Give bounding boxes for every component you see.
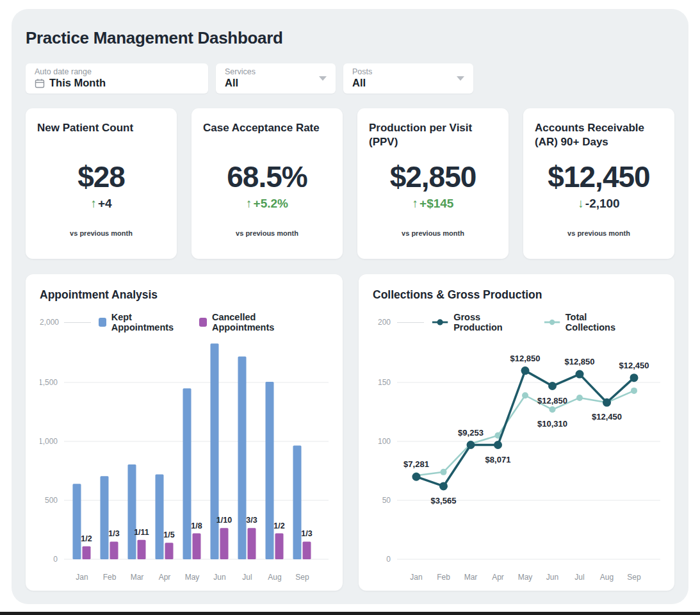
kpi-title: New Patient Count: [37, 121, 165, 151]
total-collections-point-Jun: [549, 406, 556, 413]
total-collections-point-Feb: [441, 469, 447, 475]
svg-text:1/8: 1/8: [191, 521, 202, 530]
filter-bar: Auto date range This Month Services All …: [26, 63, 674, 94]
kpi-value: $2,850: [369, 160, 497, 194]
total-collections-point-Sep: [631, 388, 637, 394]
gross-production-point-May: [521, 366, 530, 375]
svg-text:1/3: 1/3: [108, 529, 119, 538]
calendar-icon: [35, 78, 45, 88]
chevron-down-icon: [457, 76, 464, 81]
svg-text:$10,310: $10,310: [537, 419, 567, 429]
svg-text:May: May: [185, 573, 200, 582]
date-range-filter[interactable]: Auto date range This Month: [26, 63, 208, 94]
svg-text:$12,450: $12,450: [592, 412, 622, 422]
svg-text:Jun: Jun: [546, 573, 558, 582]
kept-bar-May: [183, 388, 191, 559]
kpi-delta: ↑+5.2%: [203, 197, 331, 211]
line-chart-legend: 200 Gross Production Total Collections: [373, 316, 660, 329]
kept-bar-Jun: [211, 343, 219, 559]
svg-text:50: 50: [382, 496, 391, 505]
cancelled-bar-Sep: [303, 541, 311, 559]
svg-text:$3,565: $3,565: [431, 496, 457, 505]
chart-title: Collections & Gross Production: [373, 288, 660, 302]
kpi-title: Accounts Receivable (AR) 90+ Days: [535, 121, 663, 151]
gross-production-marker: [432, 318, 448, 326]
svg-text:500: 500: [45, 496, 58, 505]
dashboard-panel: Practice Management Dashboard Auto date …: [12, 9, 688, 604]
date-range-filter-value: This Month: [49, 77, 106, 89]
cancelled-bar-Aug: [275, 534, 284, 559]
bar-chart-legend: 2,000 Kept Appointments Cancelled Appoin…: [40, 316, 329, 329]
posts-filter-label: Posts: [352, 67, 464, 76]
svg-text:1/2: 1/2: [273, 521, 284, 530]
gross-production-point-Aug: [603, 398, 611, 407]
trend-up-icon: ↑: [412, 197, 419, 210]
kpi-footnote: vs previous month: [37, 229, 165, 237]
svg-text:Apr: Apr: [492, 573, 504, 582]
svg-text:Jul: Jul: [242, 573, 252, 582]
gross-production-point-Feb: [439, 482, 448, 490]
svg-text:0: 0: [53, 555, 58, 564]
kpi-value: $12,450: [535, 160, 663, 194]
gridline-segment: [397, 322, 424, 323]
page-title: Practice Management Dashboard: [26, 28, 674, 48]
kpi-card-case-acceptance-rate: Case Acceptance Rate 68.5% ↑+5.2% vs pre…: [191, 108, 343, 259]
kpi-title: Case Acceptance Rate: [203, 121, 331, 151]
appointment-analysis-card: Appointment Analysis 2,000 Kept Appointm…: [26, 274, 343, 591]
gross-production-point-Jan: [412, 473, 421, 481]
kpi-card-production-per-visit: Production per Visit (PPV) $2,850 ↑+$145…: [357, 108, 509, 259]
kpi-footnote: vs previous month: [203, 229, 331, 237]
svg-text:Jan: Jan: [76, 573, 88, 582]
bar-chart: 05001,0001,5001/2Jan1/3Feb1/11Mar1/5Apr1…: [40, 330, 329, 589]
gross-production-point-Jul: [576, 370, 584, 379]
svg-text:$12,850: $12,850: [565, 357, 595, 366]
svg-text:1/2: 1/2: [81, 534, 92, 543]
gross-production-point-Apr: [494, 441, 502, 449]
kpi-card-accounts-receivable: Accounts Receivable (AR) 90+ Days $12,45…: [523, 108, 674, 259]
svg-text:Aug: Aug: [268, 573, 281, 582]
cancelled-appointments-swatch: [199, 318, 207, 327]
kept-bar-Mar: [128, 464, 136, 559]
cancelled-bar-Jan: [83, 546, 91, 559]
kpi-delta: ↓-2,100: [535, 197, 663, 211]
kpi-delta: ↑+4: [37, 197, 165, 211]
svg-text:1/10: 1/10: [216, 516, 232, 525]
kept-bar-Apr: [156, 475, 164, 559]
svg-text:1/5: 1/5: [163, 530, 174, 539]
chart-title: Appointment Analysis: [40, 288, 329, 302]
kpi-row: New Patient Count $28 ↑+4 vs previous mo…: [26, 108, 674, 259]
trend-up-icon: ↑: [246, 197, 252, 210]
trend-down-icon: ↓: [578, 197, 584, 210]
bottom-edge: [0, 612, 700, 615]
cancelled-bar-Jun: [220, 528, 229, 559]
kept-bar-Jul: [238, 357, 247, 559]
svg-text:Aug: Aug: [600, 573, 614, 582]
kept-bar-Feb: [101, 476, 109, 559]
services-filter-label: Services: [225, 67, 327, 76]
cancelled-bar-May: [193, 534, 201, 559]
charts-row: Appointment Analysis 2,000 Kept Appointm…: [26, 274, 674, 591]
date-range-filter-label: Auto date range: [35, 67, 199, 76]
kpi-value: 68.5%: [203, 160, 331, 194]
svg-text:$12,450: $12,450: [619, 361, 649, 370]
y-axis-max-tick: 200: [373, 318, 391, 327]
total-collections-point-May: [522, 392, 528, 398]
gross-production-point-Jun: [548, 382, 557, 390]
svg-text:1/11: 1/11: [134, 528, 149, 537]
svg-text:Mar: Mar: [131, 573, 144, 582]
kpi-title: Production per Visit (PPV): [369, 121, 497, 151]
services-filter-value: All: [225, 77, 238, 89]
posts-filter[interactable]: Posts All: [343, 63, 473, 94]
total-collections-marker: [544, 318, 560, 326]
services-filter[interactable]: Services All: [216, 63, 336, 94]
collections-production-card: Collections & Gross Production 200 Gross…: [359, 274, 674, 591]
line-chart-svg: 050100150$7,281$3,565$9,253$8,071$12,850…: [373, 330, 660, 586]
svg-text:$9,253: $9,253: [458, 428, 484, 438]
svg-text:1/3: 1/3: [301, 529, 312, 538]
kept-bar-Aug: [266, 382, 274, 559]
svg-text:100: 100: [378, 437, 391, 446]
kept-bar-Jan: [73, 484, 81, 559]
svg-text:May: May: [518, 573, 533, 582]
svg-text:$7,281: $7,281: [403, 459, 429, 469]
cancelled-bar-Jul: [248, 528, 256, 559]
